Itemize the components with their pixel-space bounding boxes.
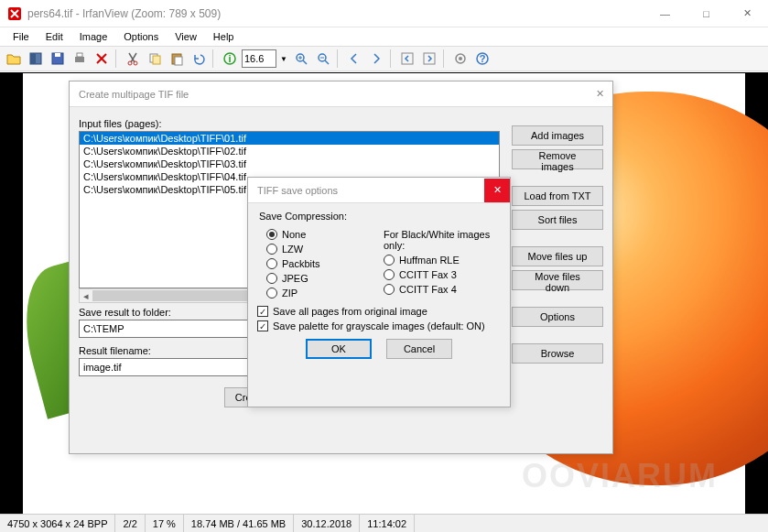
input-files-label: Input files (pages): (79, 118, 500, 129)
menu-view[interactable]: View (168, 29, 204, 44)
status-bar: 4750 x 3064 x 24 BPP 2/2 17 % 18.74 MB /… (0, 514, 768, 532)
menu-image[interactable]: Image (72, 29, 115, 44)
window-title: pers64.tif - IrfanView (Zoom: 789 x 509) (27, 7, 644, 20)
watermark: OOVIARUM (522, 457, 718, 495)
status-dimensions: 4750 x 3064 x 24 BPP (0, 515, 115, 532)
radio-huffman[interactable]: Huffman RLE (384, 255, 501, 266)
svg-rect-10 (153, 56, 160, 64)
toolbar-separator (390, 49, 394, 68)
cut-icon[interactable] (123, 49, 143, 69)
title-bar: pers64.tif - IrfanView (Zoom: 789 x 509)… (0, 0, 768, 27)
svg-rect-5 (75, 57, 84, 62)
settings-icon[interactable] (450, 49, 471, 69)
file-list-item[interactable]: C:\Users\компик\Desktop\TIFF\02.tif (80, 145, 499, 157)
radio-ccitt-fax3[interactable]: CCITT Fax 3 (384, 269, 501, 280)
zoom-out-icon[interactable] (313, 49, 333, 69)
close-button[interactable]: ✕ (727, 0, 768, 27)
svg-rect-17 (402, 53, 413, 64)
radio-icon (266, 229, 277, 240)
status-date: 30.12.2018 (294, 515, 360, 532)
maximize-button[interactable]: □ (686, 0, 727, 27)
dialog-titlebar[interactable]: Create multipage TIF file ✕ (70, 81, 612, 107)
dialog-close-button[interactable]: ✕ (484, 179, 510, 202)
status-filesize: 18.74 MB / 41.65 MB (184, 515, 294, 532)
load-from-txt-button[interactable]: Load from TXT (512, 186, 603, 206)
checkbox-save-palette[interactable]: ✓Save palette for grayscale images (defa… (257, 320, 501, 331)
svg-rect-4 (55, 53, 60, 57)
cancel-button[interactable]: Cancel (386, 339, 452, 359)
checkbox-icon: ✓ (257, 320, 268, 331)
zoom-in-icon[interactable] (291, 49, 311, 69)
menu-edit[interactable]: Edit (38, 29, 70, 44)
help-icon[interactable]: ? (472, 49, 492, 69)
radio-jpeg[interactable]: JPEG (266, 273, 384, 284)
next-image-icon[interactable] (366, 49, 386, 69)
ok-button[interactable]: OK (306, 339, 372, 359)
slideshow-icon[interactable] (26, 49, 46, 69)
toolbar-separator (115, 49, 119, 68)
copy-icon[interactable] (145, 49, 165, 69)
print-icon[interactable] (70, 49, 90, 69)
radio-none[interactable]: None (266, 229, 384, 240)
menu-options[interactable]: Options (116, 29, 166, 44)
dialog-title: Create multipage TIF file (79, 89, 189, 100)
radio-icon (384, 269, 395, 280)
minimize-button[interactable]: — (644, 0, 686, 27)
svg-rect-2 (30, 53, 36, 64)
checkbox-save-all-pages[interactable]: ✓Save all pages from original image (257, 306, 501, 317)
dialog-titlebar[interactable]: TIFF save options ✕ (248, 178, 510, 203)
options-button[interactable]: Options (512, 307, 603, 327)
move-files-down-button[interactable]: Move files down (512, 270, 603, 290)
remove-images-button[interactable]: Remove images (512, 149, 603, 169)
browse-button[interactable]: Browse (512, 343, 603, 364)
prev-image-icon[interactable] (344, 49, 364, 69)
status-percent: 17 % (146, 515, 184, 532)
checkbox-icon: ✓ (257, 306, 268, 317)
zoom-input[interactable] (242, 49, 276, 68)
status-time: 11:14:02 (360, 515, 415, 532)
radio-zip[interactable]: ZIP (266, 288, 384, 299)
radio-packbits[interactable]: Packbits (266, 258, 384, 269)
sort-files-button[interactable]: Sort files (512, 210, 603, 230)
toolbar-separator (212, 49, 216, 68)
svg-text:i: i (228, 53, 231, 64)
paste-icon[interactable] (167, 49, 187, 69)
radio-lzw[interactable]: LZW (266, 244, 384, 255)
svg-point-7 (128, 61, 132, 65)
move-files-up-button[interactable]: Move files up (512, 246, 603, 266)
scroll-left-icon[interactable]: ◂ (80, 289, 92, 302)
add-images-button[interactable]: Add images (512, 125, 603, 146)
file-list-item[interactable]: C:\Users\компик\Desktop\TIFF\01.tif (80, 132, 499, 145)
menu-help[interactable]: Help (206, 29, 242, 44)
toolbar: i ▼ ? (0, 46, 768, 71)
save-icon[interactable] (48, 49, 68, 69)
file-list-item[interactable]: C:\Users\компик\Desktop\TIFF\03.tif (80, 157, 499, 170)
status-page: 2/2 (115, 515, 145, 532)
info-icon[interactable]: i (220, 49, 240, 69)
radio-icon (266, 258, 277, 269)
svg-text:?: ? (480, 53, 486, 64)
svg-point-8 (134, 61, 137, 65)
radio-icon (266, 273, 277, 284)
delete-icon[interactable] (92, 49, 112, 69)
radio-icon (266, 288, 277, 299)
compression-group-label: Save Compression: (259, 211, 501, 222)
next-page-icon[interactable] (419, 49, 439, 69)
menu-bar: File Edit Image Options View Help (0, 27, 768, 46)
radio-icon (266, 244, 277, 255)
dialog-close-button[interactable]: ✕ (587, 82, 612, 106)
svg-rect-18 (424, 53, 435, 64)
svg-rect-6 (77, 53, 82, 57)
prev-page-icon[interactable] (397, 49, 417, 69)
svg-point-20 (459, 57, 462, 60)
toolbar-separator (443, 49, 447, 68)
tiff-save-options-dialog: TIFF save options ✕ Save Compression: No… (247, 177, 511, 407)
undo-icon[interactable] (189, 49, 209, 69)
open-icon[interactable] (4, 49, 24, 69)
zoom-dropdown-icon[interactable]: ▼ (278, 55, 289, 63)
bw-images-label: For Black/White images only: (384, 229, 501, 251)
menu-file[interactable]: File (5, 29, 37, 44)
svg-rect-12 (175, 57, 182, 65)
radio-ccitt-fax4[interactable]: CCITT Fax 4 (384, 284, 501, 295)
radio-icon (384, 255, 395, 266)
